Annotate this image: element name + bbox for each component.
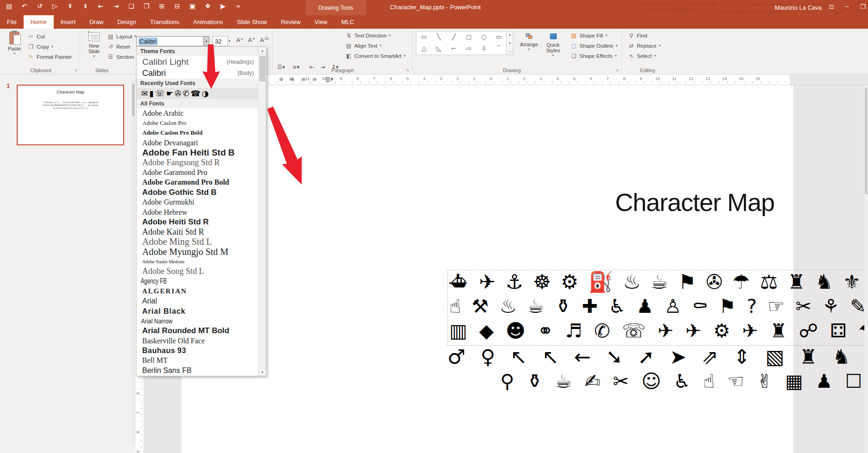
replace-button[interactable]: ⇄ Replace▾: [628, 41, 660, 50]
select-button[interactable]: ⇖ Select▾: [628, 51, 656, 61]
redo-icon[interactable]: ↺: [35, 2, 44, 10]
quick-styles-button[interactable]: Quick Styles▾: [542, 31, 564, 66]
shapes-gallery-scroll[interactable]: ▲▼≡: [507, 31, 513, 55]
font-size-input[interactable]: 32: [212, 36, 228, 46]
paragraph-dialog-launcher[interactable]: ↘: [406, 68, 409, 72]
font-item-arial-black[interactable]: Arial Black: [137, 306, 266, 316]
font-item-adobe-ming-std-l[interactable]: Adobe Ming Std L: [137, 237, 266, 247]
font-item-adobe-fan-heiti-std-b[interactable]: Adobe Fan Heiti Std B: [137, 148, 266, 158]
font-item-adobe-garamond-pro[interactable]: Adobe Garamond Pro: [137, 168, 266, 177]
font-item-adobe-caslon-pro-bold[interactable]: Adobe Caslon Pro Bold: [137, 128, 266, 138]
tab-slide-show[interactable]: Slide Show: [230, 15, 274, 29]
font-item-baskerville-old-face[interactable]: Baskerville Old Face: [137, 336, 266, 346]
font-item-algerian[interactable]: ALGERIAN: [137, 286, 266, 296]
send-backward-icon[interactable]: ❐: [142, 2, 151, 10]
shape-rounded-rectangle-icon[interactable]: ▭: [496, 33, 502, 40]
font-item-arial-rounded-mt-bold[interactable]: Arial Rounded MT Bold: [137, 326, 266, 336]
slide-thumbnail-1[interactable]: Character Map !"#$%&'()*+,-./0123456789:…: [17, 85, 124, 145]
shape-arrow-right-icon[interactable]: ⇨: [466, 45, 472, 52]
justify-button[interactable]: ≡: [309, 74, 320, 84]
tab-design[interactable]: Design: [111, 15, 143, 29]
font-item-adobe-song-std-l[interactable]: Adobe Song Std L: [137, 267, 266, 276]
arrange-button[interactable]: Arrange▾: [518, 31, 540, 66]
slide-canvas[interactable]: Character Map ⛴✈⚓☸⚙⛽♨☕⚑✇☂⚖♜♞⚜✉⚘♟⚱ ☝⚒♨☕⚱✚…: [182, 85, 793, 453]
save-icon[interactable]: ▤: [5, 2, 13, 10]
ribbon-display-options-button[interactable]: ⊡: [827, 3, 836, 10]
font-item-adobe-arabic[interactable]: Adobe Arabic: [137, 108, 266, 118]
numbering-button[interactable]: ≡▾: [291, 62, 301, 72]
tab-animations[interactable]: Animations: [186, 15, 230, 29]
find-button[interactable]: ⚲ Find: [628, 31, 647, 40]
increase-font-size-button[interactable]: A▲: [236, 37, 244, 43]
shape-arc-icon[interactable]: ⌒: [496, 44, 502, 53]
decrease-font-size-button[interactable]: A▼: [248, 37, 256, 43]
font-item-calibri[interactable]: Calibri (Body): [137, 68, 266, 79]
font-item-adobe-heiti-std-r[interactable]: Adobe Heiti Std R: [137, 217, 266, 227]
fullscreen-icon[interactable]: ✥: [203, 2, 212, 10]
tab-insert[interactable]: Insert: [54, 15, 83, 29]
tab-file[interactable]: File: [0, 15, 24, 29]
paste-button[interactable]: Paste▾: [4, 31, 25, 66]
drawing-dialog-launcher[interactable]: ↘: [615, 68, 619, 72]
align-center-button[interactable]: ≡: [287, 74, 297, 84]
tab-review[interactable]: Review: [274, 15, 308, 29]
move-object-down-icon[interactable]: ⇟: [81, 2, 90, 10]
convert-smartart-button[interactable]: ◧ Convert to SmartArt▾: [346, 51, 406, 61]
main-scrollbar[interactable]: [864, 85, 868, 453]
shape-rectangle-icon[interactable]: ▢: [466, 33, 472, 40]
shape-oval-icon[interactable]: ○: [481, 33, 486, 40]
cut-button[interactable]: ✂ Cut: [28, 31, 45, 41]
maximize-button[interactable]: ❐: [859, 3, 867, 10]
shape-elbow-connector-icon[interactable]: ⌐: [451, 45, 456, 52]
align-right-button[interactable]: ≡: [298, 74, 308, 84]
tab-draw[interactable]: Draw: [82, 15, 110, 29]
font-item-berlin-sans-fb[interactable]: Berlin Sans FB: [137, 366, 266, 375]
font-item-arial[interactable]: Arial: [137, 296, 266, 306]
font-item-adobe-kaiti-std-r[interactable]: Adobe Kaiti Std R: [137, 227, 266, 237]
font-item-adobe-garamond-pro-bold[interactable]: Adobe Garamond Pro Bold: [137, 178, 266, 187]
font-item-recent-symbol-font[interactable]: ✉▮☏☛✇✆☎◑: [137, 88, 266, 99]
tab-home[interactable]: Home: [24, 15, 54, 29]
shape-triangle-icon[interactable]: △: [421, 45, 426, 52]
print-preview-icon[interactable]: ⊞: [157, 2, 166, 10]
new-slide-button[interactable]: New Slide▾: [83, 31, 105, 66]
font-item-adobe-myungjo-std-m[interactable]: Adobe Myungjo Std M: [137, 247, 266, 256]
reset-button[interactable]: ↺ Reset: [107, 42, 130, 51]
scrollbar-thumb[interactable]: [259, 56, 265, 81]
font-size-dropdown-arrow[interactable]: ▼: [228, 39, 231, 43]
font-item-bell-mt[interactable]: Bell MT: [137, 356, 266, 366]
font-item-adobe-gurmukhi[interactable]: Adobe Gurmukhi: [137, 198, 266, 207]
font-item-adobe-hebrew[interactable]: Adobe Hebrew: [137, 207, 266, 217]
align-left-button[interactable]: ≡: [276, 74, 286, 84]
shape-arrow-down-icon[interactable]: ⇩: [481, 45, 486, 52]
more-commands-icon[interactable]: »: [234, 2, 243, 10]
tab-transitions[interactable]: Transitions: [143, 15, 186, 29]
bring-forward-icon[interactable]: ❏: [127, 2, 136, 10]
tab-view[interactable]: View: [308, 15, 334, 29]
shapes-gallery[interactable]: ▭╲╱▢○▭△◺⌐⇨⇩⌒: [416, 31, 507, 55]
text-direction-button[interactable]: ⇅ Text Direction▾: [346, 31, 391, 40]
font-name-dropdown-arrow[interactable]: ▼: [204, 36, 209, 46]
thumbnail-scrollbar[interactable]: [132, 80, 135, 446]
font-name-input[interactable]: Calibri: [136, 36, 204, 46]
layout-object-icon[interactable]: ▣: [188, 2, 197, 10]
shape-fill-button[interactable]: ▨ Shape Fill▾: [571, 31, 607, 40]
font-dropdown-scrollbar[interactable]: ▲ ▼: [258, 47, 266, 376]
font-item-adobe-caslon-pro[interactable]: Adobe Caslon Pro: [137, 118, 266, 128]
shape-text-box-icon[interactable]: ▭: [421, 33, 427, 40]
minimize-button[interactable]: ─: [843, 3, 851, 10]
bullets-button[interactable]: ☰▾: [276, 62, 286, 72]
font-item-arial-narrow[interactable]: Arial Narrow: [137, 316, 243, 326]
copy-object-icon[interactable]: ⊟: [173, 2, 182, 10]
format-painter-button[interactable]: ✎ Format Painter: [28, 52, 72, 62]
start-presentation-icon[interactable]: ▷: [50, 2, 59, 10]
layout-button[interactable]: ▤ Layout▾: [107, 31, 137, 41]
copy-button[interactable]: ❐ Copy▾: [28, 42, 53, 51]
shape-line-alt-icon[interactable]: ╱: [452, 33, 456, 40]
shape-line-icon[interactable]: ╲: [437, 33, 441, 40]
font-item-adobe-fangsong-std-r[interactable]: Adobe Fangsong Std R: [137, 158, 266, 168]
align-text-button[interactable]: ▤ Align Text▾: [346, 41, 382, 50]
decrease-indent-button[interactable]: ⇤: [307, 62, 317, 72]
increase-list-level-icon[interactable]: ⇥: [112, 2, 120, 10]
scroll-up-arrow[interactable]: ▲: [258, 47, 266, 54]
